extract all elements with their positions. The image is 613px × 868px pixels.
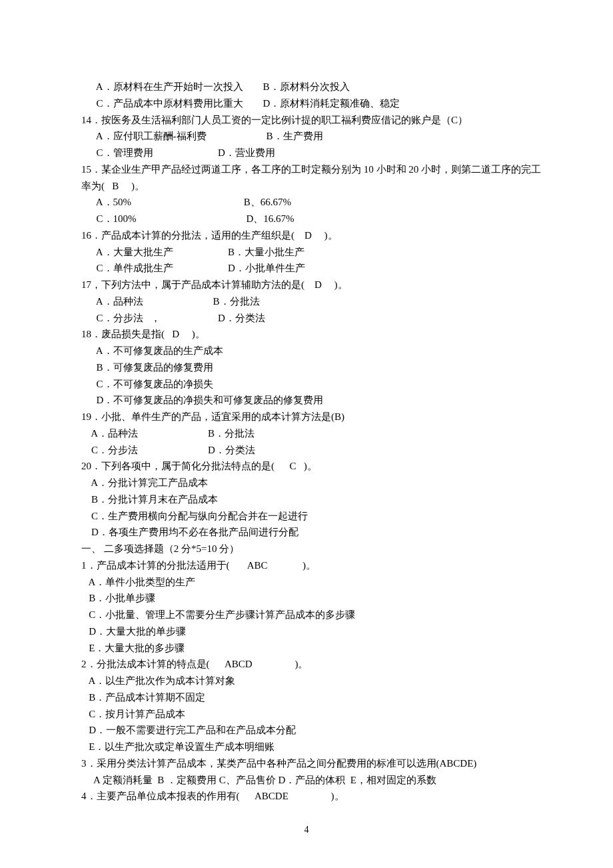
text-line: B．产品成本计算期不固定: [81, 689, 533, 706]
text-line: D．不可修复废品的净损失和可修复废品的修复费用: [81, 392, 533, 409]
text-line: B．小批单步骤: [81, 590, 533, 607]
text-line: 15．某企业生产甲产品经过两道工序，各工序的工时定额分别为 10 小时和 20 …: [81, 161, 533, 178]
text-line: D．大量大批的单步骤: [81, 623, 533, 640]
text-line: B．分批计算月末在产品成本: [81, 491, 533, 508]
text-line: A．50% B、66.67%: [81, 194, 533, 211]
text-line: 1．产品成本计算的分批法适用于( ABC )。: [81, 557, 533, 574]
text-line: A．应付职工薪酬-福利费 B．生产费用: [81, 128, 533, 145]
text-line: 4．主要产品单位成本报表的作用有( ABCDE )。: [81, 788, 533, 805]
document-page: A．原材料在生产开始时一次投入 B．原材料分次投入 C．产品成本中原材料费用比重…: [0, 0, 613, 868]
text-line: A．以生产批次作为成本计算对象: [81, 673, 533, 689]
text-line: B．可修复废品的修复费用: [81, 359, 533, 376]
text-line: 16．产品成本计算的分批法，适用的生产组织是( D )。: [81, 227, 533, 244]
text-line: C．单件成批生产 D．小批单件生产: [81, 260, 533, 277]
text-line: C．按月计算产品成本: [81, 706, 533, 723]
text-line: 3．采用分类法计算产品成本，某类产品中各种产品之间分配费用的标准可以选用(ABC…: [81, 755, 533, 772]
text-line: 14．按医务及生活福利部门人员工资的一定比例计提的职工福利费应借记的账户是（C）: [81, 112, 533, 129]
text-line: 2．分批法成本计算的特点是( ABCD )。: [81, 656, 533, 673]
text-line: E．大量大批的多步骤: [81, 640, 533, 657]
text-line: 17，下列方法中，属于产品成本计算辅助方法的是( D )。: [81, 277, 533, 293]
text-line: E．以生产批次或定单设置生产成本明细账: [81, 739, 533, 755]
content-body: A．原材料在生产开始时一次投入 B．原材料分次投入 C．产品成本中原材料费用比重…: [81, 79, 533, 805]
text-line: C．管理费用 D．营业费用: [81, 145, 533, 161]
text-line: 18．废品损失是指( D )。: [81, 326, 533, 343]
text-line: A．品种法 B．分批法: [81, 293, 533, 310]
text-line: A 定额消耗量 B ．定额费用 C、产品售价 D．产品的体积 E，相对固定的系数: [81, 772, 533, 789]
text-line: A．大量大批生产 B．大量小批生产: [81, 244, 533, 261]
text-line: A．分批计算完工产品成本: [81, 475, 533, 491]
text-line: C．100% D、16.67%: [81, 211, 533, 227]
text-line: C．产品成本中原材料费用比重大 D．原材料消耗定额准确、稳定: [81, 95, 533, 112]
text-line: 率为( B )。: [81, 178, 533, 195]
text-line: D．一般不需要进行完工产品和在产品成本分配: [81, 722, 533, 739]
text-line: C．不可修复废品的净损失: [81, 376, 533, 393]
text-line: C．生产费用横向分配与纵向分配合并在一起进行: [81, 508, 533, 525]
text-line: D．各项生产费用均不必在各批产品间进行分配: [81, 524, 533, 541]
page-number: 4: [0, 822, 613, 837]
text-line: C．分步法 D．分类法: [81, 442, 533, 459]
text-line: C．小批量、管理上不需要分生产步骤计算产品成本的多步骤: [81, 607, 533, 623]
text-line: 20．下列各项中，属于简化分批法特点的是( C )。: [81, 458, 533, 475]
text-line: A．原材料在生产开始时一次投入 B．原材料分次投入: [81, 79, 533, 95]
text-line: 19．小批、单件生产的产品，适宜采用的成本计算方法是(B): [81, 409, 533, 425]
text-line: A．不可修复废品的生产成本: [81, 343, 533, 359]
text-line: 一、 二多项选择题（2 分*5=10 分）: [81, 541, 533, 557]
text-line: C．分步法 ， D．分类法: [81, 310, 533, 327]
text-line: A．品种法 B．分批法: [81, 425, 533, 442]
text-line: A．单件小批类型的生产: [81, 574, 533, 591]
